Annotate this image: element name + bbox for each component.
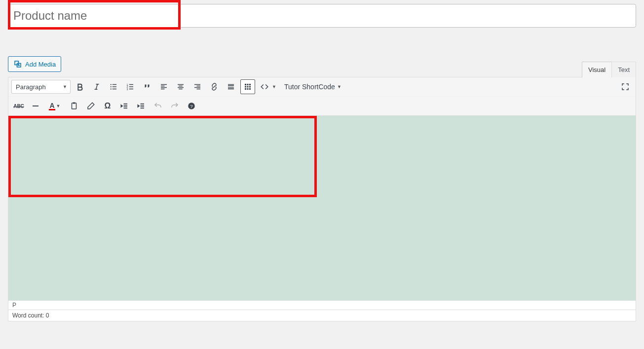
tutor-shortcode-label: Tutor ShortCode (284, 83, 335, 91)
code-icon (259, 82, 270, 91)
indent-button[interactable] (134, 99, 149, 113)
eraser-icon (86, 102, 95, 110)
svg-rect-12 (249, 86, 251, 88)
bullet-list-button[interactable] (106, 79, 121, 94)
svg-rect-8 (247, 84, 249, 85)
text-color-letter: A (49, 102, 55, 110)
svg-rect-11 (247, 86, 249, 88)
add-media-label: Add Media (25, 61, 56, 68)
svg-point-0 (18, 65, 20, 66)
svg-rect-13 (245, 88, 246, 90)
wordcount-value: 0 (46, 312, 49, 319)
align-left-button[interactable] (156, 79, 171, 94)
svg-rect-14 (247, 88, 249, 90)
outdent-icon (120, 102, 129, 110)
tab-visual[interactable]: Visual (582, 62, 611, 77)
blockquote-icon (143, 82, 152, 91)
toolbar-toggle-icon (243, 82, 252, 91)
add-media-button[interactable]: Add Media (8, 56, 61, 72)
svg-rect-15 (249, 88, 251, 90)
bold-icon (76, 82, 84, 91)
clear-formatting-button[interactable] (83, 99, 98, 113)
help-button[interactable]: ? (184, 99, 199, 113)
read-more-button[interactable] (224, 79, 238, 94)
annotation-content-highlight (8, 116, 317, 197)
indent-icon (137, 102, 146, 110)
svg-point-2 (111, 86, 112, 87)
status-bar: Word count: 0 (8, 310, 636, 321)
svg-text:3: 3 (127, 88, 128, 91)
tutor-shortcode-dropdown[interactable]: Tutor ShortCode ▼ (280, 80, 345, 94)
chevron-down-icon: ▼ (272, 84, 276, 89)
italic-icon (92, 82, 101, 91)
strikethrough-button[interactable]: ABC (11, 99, 26, 113)
align-center-icon (176, 82, 185, 91)
link-icon (210, 82, 219, 91)
align-right-icon (193, 82, 202, 91)
editor-tabs: Visual Text (582, 62, 636, 77)
svg-rect-17 (73, 103, 76, 104)
code-dropdown[interactable]: ▼ (257, 82, 278, 91)
read-more-icon (227, 82, 235, 91)
bullet-list-icon (109, 82, 118, 91)
text-color-button[interactable]: A ▼ (45, 99, 65, 113)
redo-icon (170, 102, 179, 110)
format-select-label: Paragraph (16, 83, 46, 91)
svg-text:?: ? (190, 104, 193, 109)
link-button[interactable] (207, 79, 222, 94)
clipboard-icon (70, 102, 78, 110)
special-character-button[interactable]: Ω (100, 99, 115, 113)
svg-rect-7 (245, 84, 246, 85)
media-icon (13, 60, 22, 69)
fullscreen-icon (621, 82, 630, 91)
toolbar-toggle-button[interactable] (240, 79, 255, 94)
svg-point-3 (111, 88, 112, 89)
blockquote-button[interactable] (140, 79, 154, 94)
svg-point-1 (111, 84, 112, 85)
align-right-button[interactable] (190, 79, 205, 94)
align-center-button[interactable] (173, 79, 188, 94)
outdent-button[interactable] (117, 99, 132, 113)
undo-icon (153, 102, 162, 110)
editor-toolbar: Paragraph 123 ▼ Tutor ShortCode (8, 77, 636, 116)
wordcount-label: Word count: (12, 312, 46, 319)
horizontal-rule-button[interactable] (28, 99, 43, 113)
italic-button[interactable] (89, 79, 104, 94)
svg-rect-16 (72, 103, 76, 109)
svg-rect-10 (245, 86, 246, 88)
numbered-list-icon: 123 (126, 82, 135, 91)
align-left-icon (159, 82, 168, 91)
numbered-list-button[interactable]: 123 (123, 79, 138, 94)
undo-button[interactable] (151, 99, 165, 113)
editor-content-area[interactable] (8, 116, 636, 301)
tab-text[interactable]: Text (611, 62, 636, 77)
fullscreen-button[interactable] (618, 79, 633, 94)
product-name-input[interactable] (8, 4, 636, 28)
paste-text-button[interactable] (67, 99, 81, 113)
bold-button[interactable] (73, 79, 87, 94)
format-select[interactable]: Paragraph (11, 80, 71, 94)
chevron-down-icon: ▼ (337, 84, 341, 89)
redo-button[interactable] (167, 99, 182, 113)
hr-icon (31, 102, 40, 110)
svg-rect-9 (249, 84, 251, 85)
element-path[interactable]: P (8, 301, 636, 310)
chevron-down-icon: ▼ (56, 104, 61, 108)
help-icon: ? (187, 102, 196, 110)
